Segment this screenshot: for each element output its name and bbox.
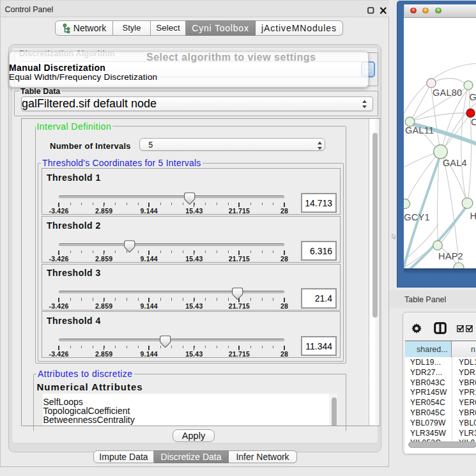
svg-text:GAL80: GAL80 <box>433 88 462 98</box>
svg-text:C: C <box>471 117 476 127</box>
svg-text:GAL4: GAL4 <box>443 158 467 168</box>
svg-text:GCY1: GCY1 <box>404 212 430 222</box>
svg-text:H: H <box>470 211 476 221</box>
svg-text:GA: GA <box>470 92 476 102</box>
svg-text:GAL11: GAL11 <box>405 125 434 135</box>
svg-text:HAP2: HAP2 <box>438 251 463 261</box>
